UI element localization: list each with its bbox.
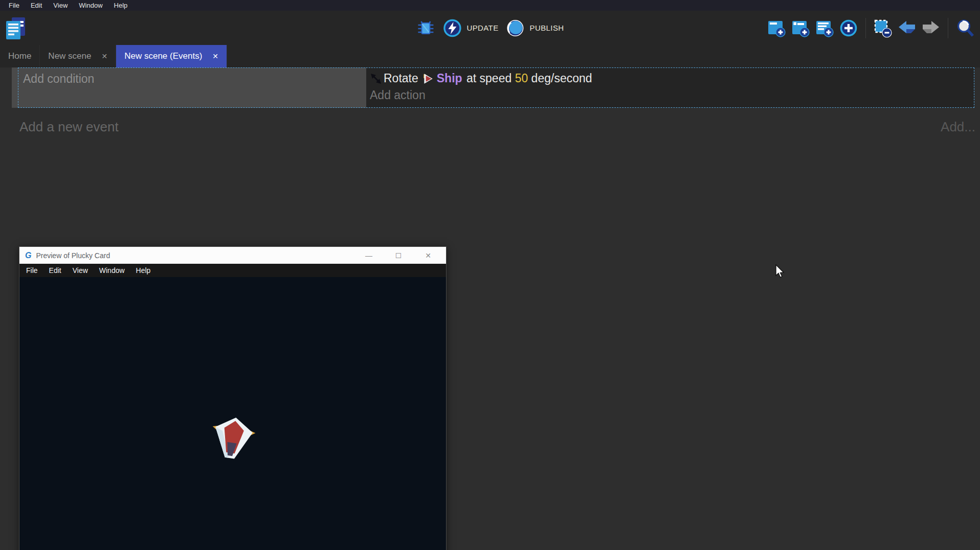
project-manager-icon[interactable] — [4, 16, 27, 40]
add-event-button[interactable]: Add... — [941, 119, 975, 135]
tab-home-label: Home — [8, 51, 31, 61]
preview-menu-file[interactable]: File — [20, 265, 43, 276]
action-verb: Rotate — [384, 72, 418, 85]
add-new-event-link[interactable]: Add a new event — [19, 119, 119, 135]
rotate-action[interactable]: Rotate Ship at speed 50 deg/second — [370, 69, 974, 88]
delete-selection-icon[interactable] — [873, 18, 893, 38]
app-menubar: File Edit View Window Help — [0, 0, 980, 11]
actions-cell[interactable]: Rotate Ship at speed 50 deg/second Add a… — [366, 67, 974, 108]
tab-new-scene[interactable]: New scene ✕ — [40, 45, 116, 67]
tab-bar: Home New scene ✕ New scene (Events) ✕ — [0, 45, 980, 67]
add-condition-cell[interactable]: Add condition — [12, 67, 366, 108]
add-comment-icon[interactable] — [815, 18, 834, 38]
tab-new-scene-events[interactable]: New scene (Events) ✕ — [116, 45, 227, 67]
undo-icon[interactable] — [897, 18, 917, 38]
minimize-button[interactable]: — — [354, 247, 384, 264]
menu-view[interactable]: View — [48, 1, 73, 10]
preview-window[interactable]: G Preview of Plucky Card — ☐ ✕ File Edit… — [19, 246, 447, 550]
tab-home[interactable]: Home — [0, 45, 40, 67]
toolbar-separator — [948, 18, 948, 38]
publish-label: PUBLISH — [530, 24, 564, 32]
redo-icon[interactable] — [921, 18, 941, 38]
rotate-icon — [370, 73, 382, 85]
preview-window-title: Preview of Plucky Card — [36, 251, 110, 260]
add-condition-placeholder: Add condition — [23, 72, 94, 85]
add-event-icon[interactable] — [767, 18, 786, 38]
update-label: UPDATE — [466, 24, 498, 32]
publish-icon — [506, 18, 525, 38]
preview-menu-window[interactable]: Window — [94, 265, 130, 276]
preview-menu-view[interactable]: View — [67, 265, 94, 276]
update-button[interactable]: UPDATE — [442, 18, 498, 38]
ship-object-icon — [422, 73, 434, 85]
preview-titlebar[interactable]: G Preview of Plucky Card — ☐ ✕ — [19, 247, 446, 264]
main-toolbar: UPDATE PUBLISH — [0, 11, 980, 45]
window-controls: — ☐ ✕ — [354, 247, 443, 264]
toolbar-separator — [865, 18, 866, 38]
game-canvas — [19, 277, 446, 550]
action-mid-text: at speed — [463, 72, 515, 85]
ship-sprite — [206, 411, 259, 465]
tab-new-scene-events-label: New scene (Events) — [124, 51, 202, 61]
add-circle-icon[interactable] — [839, 18, 858, 38]
gdevelop-icon: G — [25, 251, 31, 260]
preview-menu-edit[interactable]: Edit — [43, 265, 67, 276]
close-icon[interactable]: ✕ — [101, 53, 107, 60]
update-icon — [442, 18, 462, 38]
action-unit-text: deg/second — [528, 72, 592, 85]
maximize-button[interactable]: ☐ — [384, 247, 413, 264]
add-action-placeholder[interactable]: Add action — [370, 88, 974, 102]
search-icon[interactable] — [955, 18, 975, 38]
action-object-name: Ship — [437, 72, 462, 85]
menu-file[interactable]: File — [3, 1, 25, 10]
preview-menubar: File Edit View Window Help — [19, 264, 446, 277]
event-row[interactable]: Add condition Rotate Ship at speed 50 — [12, 67, 974, 108]
preview-menu-help[interactable]: Help — [130, 265, 157, 276]
debug-icon[interactable] — [416, 18, 435, 38]
add-subevent-icon[interactable] — [791, 18, 810, 38]
menu-edit[interactable]: Edit — [25, 1, 48, 10]
events-sheet: Add condition Rotate Ship at speed 50 — [0, 67, 980, 550]
publish-button[interactable]: PUBLISH — [506, 18, 564, 38]
menu-help[interactable]: Help — [108, 1, 133, 10]
tab-new-scene-label: New scene — [48, 51, 91, 61]
action-value: 50 — [515, 72, 528, 85]
close-icon[interactable]: ✕ — [212, 53, 218, 60]
close-button[interactable]: ✕ — [413, 247, 443, 264]
menu-window[interactable]: Window — [73, 1, 108, 10]
